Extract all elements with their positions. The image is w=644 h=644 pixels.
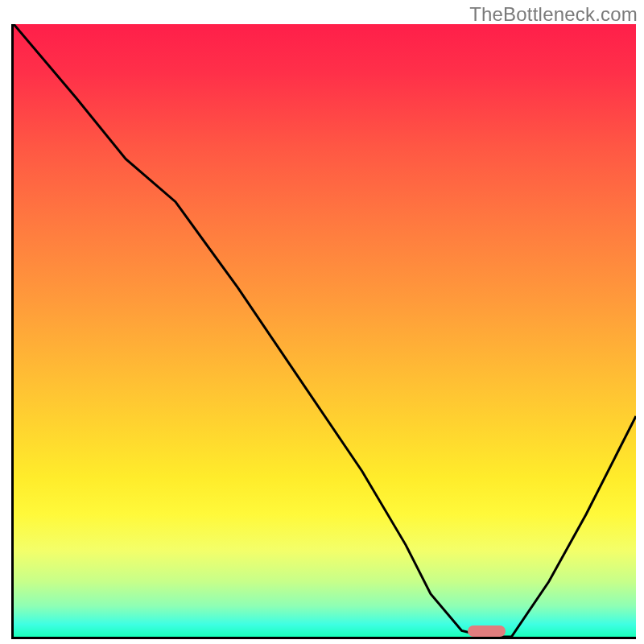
chart-container: TheBottleneck.com (0, 0, 644, 644)
curve-path (14, 24, 636, 637)
bottleneck-curve (14, 24, 636, 637)
optimal-range-marker (468, 625, 505, 637)
watermark-text: TheBottleneck.com (469, 3, 638, 26)
plot-area (11, 24, 636, 639)
